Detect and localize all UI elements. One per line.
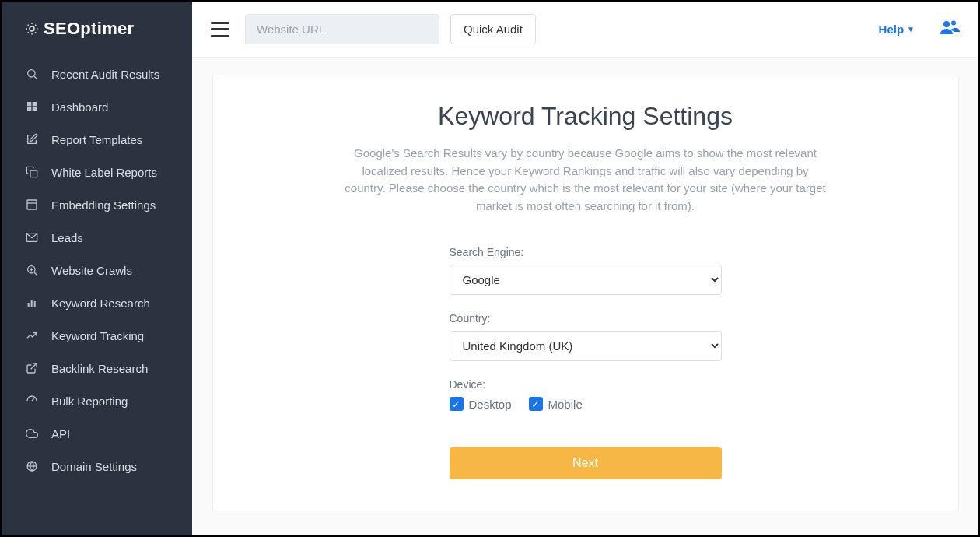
edit-icon [25, 132, 39, 146]
mobile-label: Mobile [548, 398, 583, 411]
desktop-checkbox[interactable]: ✓ [450, 397, 464, 411]
sidebar-item-embedding[interactable]: Embedding Settings [2, 188, 192, 221]
search-engine-label: Search Engine: [450, 246, 722, 258]
caret-down-icon: ▼ [907, 25, 915, 33]
sidebar-item-label: Leads [51, 231, 83, 244]
quick-audit-button[interactable]: Quick Audit [450, 14, 536, 44]
layout-icon [25, 198, 39, 212]
svg-rect-15 [28, 303, 30, 307]
sidebar-item-label: Bulk Reporting [51, 395, 128, 408]
device-group: Device: ✓ Desktop ✓ Mobile [450, 378, 722, 411]
sidebar-item-label: Website Crawls [51, 264, 132, 277]
svg-line-18 [31, 363, 37, 369]
search-plus-icon [25, 263, 39, 277]
search-engine-group: Search Engine: Google [450, 246, 722, 295]
copy-icon [25, 165, 39, 179]
brand-logo[interactable]: SEOptimer [2, 2, 192, 53]
sidebar-item-recent-audit[interactable]: Recent Audit Results [2, 58, 192, 90]
gear-rotate-icon [25, 22, 39, 36]
svg-rect-5 [27, 107, 31, 111]
sidebar-item-api[interactable]: API [2, 417, 192, 450]
sidebar-item-label: Embedding Settings [51, 198, 156, 212]
menu-toggle-icon[interactable] [211, 22, 229, 37]
sidebar-item-white-label[interactable]: White Label Reports [2, 156, 192, 188]
gauge-icon [25, 394, 39, 408]
bar-chart-icon [25, 296, 39, 310]
website-url-input[interactable] [245, 14, 439, 44]
svg-point-22 [943, 21, 950, 27]
sidebar-item-label: White Label Reports [51, 166, 157, 179]
svg-rect-6 [33, 107, 37, 111]
sidebar-item-domain[interactable]: Domain Settings [2, 450, 192, 483]
desktop-label: Desktop [469, 398, 512, 411]
sidebar-item-label: Report Templates [51, 133, 142, 146]
device-label: Device: [450, 378, 722, 391]
sidebar-item-label: Backlink Research [51, 362, 148, 375]
country-label: Country: [450, 312, 722, 325]
svg-rect-3 [27, 102, 31, 106]
cloud-icon [25, 426, 39, 440]
sidebar-item-backlink[interactable]: Backlink Research [2, 352, 192, 384]
help-label: Help [879, 23, 905, 36]
svg-rect-17 [34, 301, 36, 307]
svg-line-19 [32, 398, 34, 401]
next-button[interactable]: Next [450, 447, 722, 479]
grid-icon [25, 100, 39, 114]
sidebar-item-leads[interactable]: Leads [2, 221, 192, 254]
sidebar-item-label: Dashboard [51, 100, 108, 114]
sidebar-item-crawls[interactable]: Website Crawls [2, 254, 192, 286]
sidebar-item-label: Keyword Research [51, 297, 150, 310]
users-icon[interactable] [940, 19, 960, 40]
mobile-checkbox[interactable]: ✓ [529, 397, 543, 411]
svg-rect-8 [27, 200, 37, 209]
brand-text: SEOptimer [44, 19, 134, 39]
sidebar-item-label: Keyword Tracking [51, 329, 144, 342]
sidebar-item-label: Recent Audit Results [51, 68, 159, 81]
search-icon [25, 67, 39, 81]
page-description: Google's Search Results vary by country … [345, 145, 827, 215]
country-select[interactable]: United Kingdom (UK) [450, 331, 722, 361]
globe-icon [25, 459, 39, 473]
sidebar-item-label: API [51, 427, 70, 440]
svg-line-12 [34, 272, 37, 275]
help-dropdown[interactable]: Help ▼ [879, 23, 915, 36]
svg-point-23 [951, 20, 956, 25]
sidebar: SEOptimer Recent Audit Results Dashboard… [2, 2, 192, 535]
search-engine-select[interactable]: Google [450, 265, 722, 295]
external-link-icon [25, 361, 39, 375]
trend-icon [25, 328, 39, 342]
sidebar-item-label: Domain Settings [51, 460, 137, 473]
svg-point-0 [30, 26, 34, 31]
svg-rect-16 [31, 300, 33, 307]
country-group: Country: United Kingdom (UK) [450, 312, 722, 361]
page-title: Keyword Tracking Settings [260, 102, 912, 131]
sidebar-item-bulk[interactable]: Bulk Reporting [2, 384, 192, 417]
nav-list: Recent Audit Results Dashboard Report Te… [2, 53, 192, 483]
svg-line-2 [34, 76, 37, 79]
settings-card: Keyword Tracking Settings Google's Searc… [212, 75, 959, 511]
topbar: Quick Audit Help ▼ [192, 2, 978, 58]
svg-point-1 [28, 70, 35, 77]
sidebar-item-keyword-research[interactable]: Keyword Research [2, 286, 192, 319]
sidebar-item-keyword-tracking[interactable]: Keyword Tracking [2, 319, 192, 352]
sidebar-item-report-templates[interactable]: Report Templates [2, 123, 192, 156]
sidebar-item-dashboard[interactable]: Dashboard [2, 90, 192, 123]
svg-rect-7 [30, 170, 37, 177]
mail-icon [25, 230, 39, 244]
svg-rect-4 [33, 102, 37, 106]
